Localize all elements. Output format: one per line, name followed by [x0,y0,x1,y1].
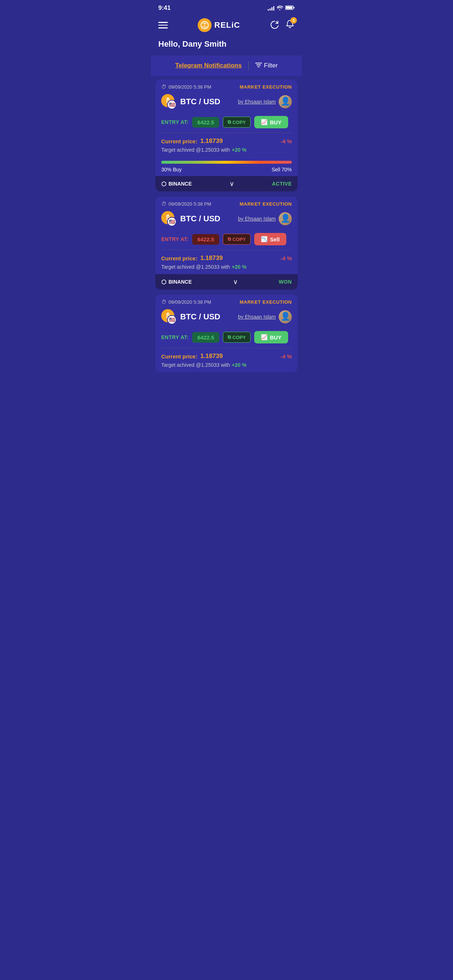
header: RELiC 3 [151,14,302,38]
card-1-execution-type: MARKET EXECUTION [239,84,292,90]
card-2-user-text: by Ehsaan Islam [238,216,276,222]
card-3-buy-button[interactable]: 📈 BUY [254,331,288,344]
card-3-pair-info: ₿ 🇺🇸 BTC / USD [161,309,220,325]
trade-card-3: ⏱ 09/09/2020 5:38 PM MARKET EXECUTION ₿ … [155,294,298,372]
notification-badge: 3 [290,17,297,24]
card-2-entry-label: ENTRY AT: [161,236,188,242]
card-2-target-plus: +20 % [232,264,247,270]
card-1-price-row: Current price: 1.18739 -4 % [161,137,292,145]
logo-icon [198,18,212,32]
card-2-execution-type: MARKET EXECUTION [239,201,292,207]
card-3-price-label: Current price: [161,353,197,360]
card-1-buy-button[interactable]: 📈 BUY [254,116,288,128]
logo: RELiC [198,18,240,32]
signal-bars-icon [268,5,274,11]
buy-icon-1: 📈 [261,119,268,126]
btc-usd-icon-3: ₿ 🇺🇸 [161,309,177,325]
card-1-progress-bar [161,161,292,164]
card-1-price-change: -4 % [281,138,292,145]
card-3-timestamp: ⏱ 09/09/2020 5:38 PM [161,299,211,305]
svg-rect-2 [293,7,295,8]
card-2-by-user: by Ehsaan Islam [238,212,292,225]
card-2-entry-value: 6422.5 [192,234,219,245]
chevron-down-icon-2[interactable]: ∨ [233,278,238,286]
hamburger-menu[interactable] [158,22,168,29]
card-3-copy-button[interactable]: ⧉ COPY [223,332,250,343]
copy-icon-1: ⧉ [228,119,231,125]
card-2-price-value: 1.18739 [200,255,222,262]
btc-usd-icon-1: ₿ 🇺🇸 [161,94,177,110]
card-1-buy-label: 30% Buy [161,167,182,172]
card-2-sell-button[interactable]: 📉 Sell [254,233,286,245]
card-1-copy-button[interactable]: ⧉ COPY [223,117,250,127]
card-2-copy-button[interactable]: ⧉ COPY [223,234,250,245]
card-1-header: ⏱ 09/09/2020 5:38 PM MARKET EXECUTION [155,80,298,92]
filter-icon [255,62,262,70]
card-2-entry-row: ENTRY AT: 6422.5 ⧉ COPY 📉 Sell [155,231,298,250]
card-3-target-row: Target achived @1.25033 with +20 % [161,362,292,368]
card-1-price-label: Current price: [161,138,197,145]
greeting-text: Hello, Dany Smith [151,38,302,56]
card-1-progress-labels: 30% Buy Sell 70% [161,167,292,172]
card-2-price-info: Current price: 1.18739 -4 % Target achiv… [155,250,298,274]
battery-icon [285,5,295,11]
content: ⏱ 09/09/2020 5:38 PM MARKET EXECUTION ₿ … [151,76,302,376]
card-1-pair-name: BTC / USD [180,97,220,107]
card-2-price-label: Current price: [161,255,197,261]
card-3-target-plus: +20 % [232,362,247,368]
card-3-pair-row: ₿ 🇺🇸 BTC / USD by Ehsaan Islam [155,308,298,329]
card-1-timestamp: ⏱ 09/09/2020 5:38 PM [161,84,211,90]
btc-usd-icon-2: ₿ 🇺🇸 [161,211,177,226]
chevron-down-icon-1[interactable]: ∨ [230,180,234,188]
card-3-by-user: by Ehsaan Islam [238,310,292,323]
card-1-entry-label: ENTRY AT: [161,119,188,125]
card-2-timestamp: ⏱ 09/09/2020 5:38 PM [161,201,211,207]
card-2-pair-name: BTC / USD [180,214,220,223]
card-3-price-info: Current price: 1.18739 -4 % Target achiv… [155,348,298,372]
card-2-footer: ⬡ BINANCE ∨ WON [155,274,298,290]
card-1-target-plus: +20 % [232,147,247,153]
card-1-user-text: by Ehsaan Islam [238,99,276,105]
card-2-header: ⏱ 09/09/2020 5:38 PM MARKET EXECUTION [155,197,298,210]
trade-card-2: ⏱ 09/09/2020 5:38 PM MARKET EXECUTION ₿ … [155,197,298,290]
refresh-button[interactable] [270,20,280,30]
header-actions: 3 [270,19,295,31]
filter-label: Filter [264,62,278,69]
binance-icon-2: ⬡ [161,278,166,285]
card-1-status-badge: ACTIVE [272,181,292,187]
card-1-price-info: Current price: 1.18739 -4 % Target achiv… [155,133,298,156]
buy-icon-3: 📈 [261,334,268,340]
notification-button[interactable]: 3 [285,19,295,31]
card-1-by-user: by Ehsaan Islam [238,95,292,108]
card-3-entry-value: 6422.5 [192,332,219,343]
card-2-price-row: Current price: 1.18739 -4 % [161,255,292,262]
binance-icon-1: ⬡ [161,180,166,188]
card-1-pair-row: ₿ 🇺🇸 BTC / USD by Ehsaan Islam [155,92,298,114]
filter-button[interactable]: Filter [255,62,278,70]
card-1-pair-info: ₿ 🇺🇸 BTC / USD [161,94,220,110]
card-1-sell-label: Sell 70% [272,167,292,172]
card-1-price-value: 1.18739 [200,137,222,145]
card-1-exchange: ⬡ BINANCE [161,180,192,188]
card-2-user-avatar [279,212,292,225]
trade-card-1: ⏱ 09/09/2020 5:38 PM MARKET EXECUTION ₿ … [155,80,298,191]
card-3-header: ⏱ 09/09/2020 5:38 PM MARKET EXECUTION [155,294,298,308]
sell-icon-2: 📉 [261,236,268,242]
copy-icon-2: ⧉ [228,236,231,242]
card-3-execution-type: MARKET EXECUTION [239,299,292,305]
card-1-footer: ⬡ BINANCE ∨ ACTIVE [155,176,298,191]
clock-icon-3: ⏱ [161,299,166,305]
status-time: 9:41 [158,5,171,12]
status-icons [268,5,295,11]
card-1-target-row: Target achived @1.25033 with +20 % [161,147,292,153]
filter-bar: Telegram Notifications Filter [151,56,302,76]
card-3-entry-label: ENTRY AT: [161,334,188,340]
card-1-user-avatar [279,95,292,108]
status-bar: 9:41 [151,0,302,14]
card-1-entry-value: 6422.5 [192,117,219,127]
card-3-user-avatar [279,310,292,323]
card-1-entry-row: ENTRY AT: 6422.5 ⧉ COPY 📈 BUY [155,114,298,133]
telegram-notifications-button[interactable]: Telegram Notifications [175,62,242,69]
svg-rect-1 [286,6,292,9]
filter-divider [248,61,249,70]
